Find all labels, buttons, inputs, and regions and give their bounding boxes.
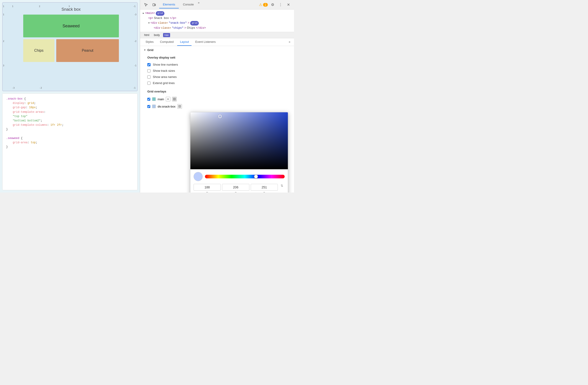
grid-num: 2 [3, 40, 4, 42]
rgb-mode-arrows[interactable]: ⇅ [281, 184, 283, 188]
grid-num: -3 [134, 13, 136, 16]
warning-icon: ⚠ [259, 2, 262, 7]
page-title: Snack box [7, 7, 135, 12]
grid-num: -3 [12, 87, 15, 89]
overlay-row-main: main ⊞ [147, 95, 290, 103]
dom-arrow-2[interactable]: ▼ [148, 21, 150, 25]
main-grid-icon-2[interactable] [172, 97, 177, 101]
color-cursor[interactable] [218, 115, 222, 118]
rgb-g-field: 206 G [222, 184, 249, 192]
grid-num: 3 [3, 64, 4, 67]
hue-slider-container [205, 175, 285, 178]
code-block-2: .seaweed { grid-area: top; } [6, 136, 134, 150]
extend-grid-lines-label: Extend grid lines [153, 81, 175, 85]
dom-line-4[interactable]: <div class="chips">Chips</div> [143, 26, 291, 31]
show-area-names-label: Show area names [153, 75, 177, 79]
settings-gear-icon[interactable]: ⚙ [270, 1, 275, 8]
code-panel: .snack-box { display: grid; grid-gap: 10… [2, 93, 138, 190]
cell-peanut: Peanut [56, 39, 119, 62]
extend-grid-lines-row: Extend grid lines [147, 80, 290, 86]
grid-section-label: Grid [147, 48, 153, 52]
tab-elements[interactable]: Elements [159, 1, 179, 8]
show-line-numbers-label: Show line numbers [153, 63, 178, 66]
color-preview[interactable] [194, 172, 203, 181]
breadcrumb-nav[interactable]: nav [163, 33, 170, 37]
close-devtools-button[interactable]: ✕ [286, 1, 291, 8]
overlay-settings: Overlay display sett Show line numbers S… [140, 54, 294, 88]
color-picker-overlay: 188 R 206 G 251 B ⇅ [190, 112, 288, 192]
rgb-r-input[interactable]: 188 [194, 184, 221, 191]
show-line-numbers-checkbox[interactable] [147, 63, 150, 66]
sub-tabs: Styles Computed Layout Event Listeners » [140, 38, 294, 46]
grid-overlays-section: Grid overlays main ⊞ [140, 88, 294, 112]
rgb-b-label: B [263, 192, 265, 192]
left-panel: Snack box 1 1 1 2 3 -1 2 3 -2 -1 -3 Seaw… [0, 0, 140, 192]
grid-overlays-title: Grid overlays [147, 90, 290, 93]
snackbox-color-swatch[interactable] [152, 105, 156, 108]
tab-event-listeners[interactable]: Event Listeners [192, 38, 218, 46]
devtools-header: Elements Console » ⚠ 1 ⚙ ⋮ ✕ [140, 0, 294, 10]
rgb-g-label: G [235, 192, 237, 192]
code-selector-2: .seaweed [6, 137, 19, 140]
rgb-b-input[interactable]: 251 [251, 184, 278, 191]
device-toggle-btn[interactable] [151, 1, 157, 8]
breadcrumb-body[interactable]: body [153, 33, 161, 37]
grid-num: -2 [134, 40, 136, 42]
collapse-arrow: ▼ [144, 49, 146, 51]
tab-styles[interactable]: Styles [143, 38, 156, 46]
dom-line-2[interactable]: <p>Snack box</p> [143, 16, 291, 21]
show-track-sizes-checkbox[interactable] [147, 69, 150, 72]
overlay-settings-title: Overlay display sett [147, 56, 290, 59]
svg-rect-2 [173, 98, 176, 100]
show-track-sizes-label: Show track sizes [153, 69, 175, 72]
overlay-row-snackbox: div.snack-box [147, 103, 290, 110]
show-area-names-checkbox[interactable] [147, 75, 150, 79]
show-track-sizes-row: Show track sizes [147, 68, 290, 74]
svg-rect-0 [153, 4, 155, 6]
hue-slider[interactable] [205, 175, 285, 178]
main-grid-icon[interactable]: ⊞ [166, 97, 170, 101]
color-gradient[interactable] [190, 112, 288, 169]
layout-panel: ▼ Grid Overlay display sett Show line nu… [140, 46, 294, 192]
code-block-1: .snack-box { display: grid; grid-gap: 10… [6, 97, 134, 132]
main-overlay-checkbox[interactable] [147, 98, 150, 101]
rgb-inputs: 188 R 206 G 251 B ⇅ [194, 184, 285, 192]
more-options-icon[interactable]: ⋮ [277, 1, 284, 8]
main-color-swatch[interactable] [152, 97, 156, 101]
rgb-b-field: 251 B [251, 184, 278, 192]
sub-tab-more[interactable]: » [288, 38, 291, 46]
devtools-more-tabs[interactable]: » [198, 1, 199, 8]
rgb-g-input[interactable]: 206 [222, 184, 249, 191]
extend-grid-lines-checkbox[interactable] [147, 82, 150, 85]
breadcrumb-html[interactable]: html [143, 33, 151, 37]
grid-num: -1 [134, 64, 136, 67]
dom-tree: ▶ <main> grid <p>Snack box</p> ▼ <div cl… [140, 10, 294, 32]
grid-section-header[interactable]: ▼ Grid [140, 46, 294, 54]
dom-line-3[interactable]: ▼ <div class="snack-box"> grid [143, 21, 291, 26]
tab-layout[interactable]: Layout [177, 38, 191, 46]
grid-num: 1 [3, 13, 4, 16]
grid-num: 3 [68, 5, 70, 7]
snackbox-overlay-checkbox[interactable] [147, 105, 150, 108]
tab-console[interactable]: Console [179, 1, 197, 8]
rgb-r-label: R [206, 192, 208, 192]
show-area-names-row: Show area names [147, 74, 290, 80]
devtools-tabs: Elements Console » [159, 1, 257, 8]
show-line-numbers-row: Show line numbers [147, 62, 290, 68]
right-panel: Elements Console » ⚠ 1 ⚙ ⋮ ✕ ▶ <main> gr… [140, 0, 294, 192]
hue-thumb[interactable] [254, 174, 258, 179]
tab-computed[interactable]: Computed [157, 38, 176, 46]
snackbox-grid-icon[interactable] [177, 104, 182, 109]
cell-chips: Chips [23, 39, 54, 62]
grid-canvas: Snack box 1 1 1 2 3 -1 2 3 -2 -1 -3 Seaw… [2, 2, 138, 91]
inspect-icon-btn[interactable] [143, 1, 149, 8]
grid-num: -2 [39, 87, 42, 89]
dom-arrow[interactable]: ▶ [143, 11, 144, 16]
warning-badge: 1 [263, 3, 268, 7]
rgb-r-field: 188 R [194, 184, 221, 192]
breadcrumb: html body nav [140, 32, 294, 38]
rgb-mode-spinner: ⇅ [279, 184, 285, 192]
snackbox-overlay-label: div.snack-box [158, 105, 176, 108]
color-picker-bottom: 188 R 206 G 251 B ⇅ [190, 169, 288, 192]
dom-line-1[interactable]: ▶ <main> grid [143, 11, 291, 16]
